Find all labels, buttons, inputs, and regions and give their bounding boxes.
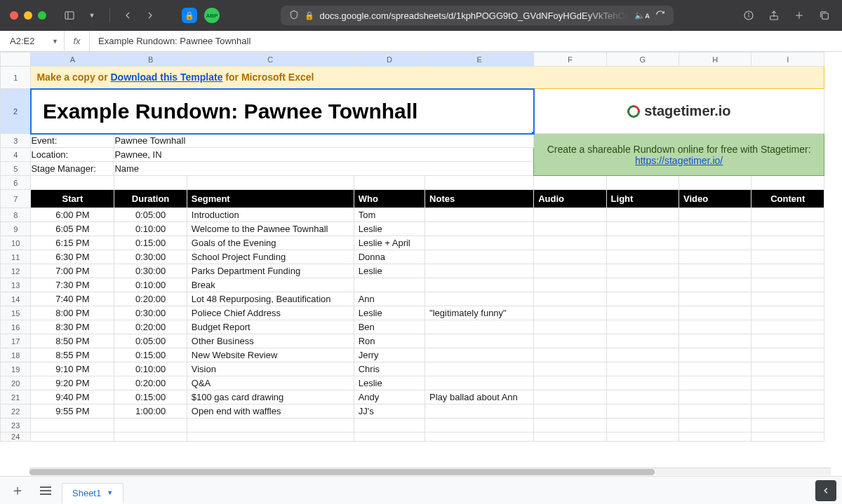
table-row[interactable]: 127:00 PM0:30:00Parks Department Funding…: [1, 264, 824, 278]
cell-notes[interactable]: [425, 292, 534, 306]
table-row[interactable]: 209:20 PM0:20:00Q&ALeslie: [1, 376, 824, 390]
cell-video[interactable]: [679, 376, 751, 390]
cell-video[interactable]: [679, 362, 751, 376]
cell-start[interactable]: 9:20 PM: [31, 376, 114, 390]
row-header[interactable]: 6: [1, 176, 31, 190]
cell-notes[interactable]: [425, 222, 534, 236]
cell-who[interactable]: Chris: [354, 362, 425, 376]
cell-segment[interactable]: Welcome to the Pawnee Townhall: [187, 222, 354, 236]
info-icon[interactable]: [741, 8, 756, 23]
table-row[interactable]: 158:00 PM0:30:00Poliece Chief AddressLes…: [1, 306, 824, 320]
cell-who[interactable]: Leslie + April: [354, 236, 425, 250]
cell-segment[interactable]: Q&A: [187, 376, 354, 390]
cell-segment[interactable]: Lot 48 Repurposing, Beautification: [187, 292, 354, 306]
cell-video[interactable]: [679, 348, 751, 362]
cell-notes[interactable]: Play ballad about Ann: [425, 390, 534, 404]
cell-light[interactable]: [606, 264, 679, 278]
row-header[interactable]: 13: [1, 278, 31, 292]
table-row[interactable]: 137:30 PM0:10:00Break: [1, 278, 824, 292]
table-row[interactable]: 199:10 PM0:10:00VisionChris: [1, 362, 824, 376]
cell-light[interactable]: [606, 222, 679, 236]
cell-content[interactable]: [751, 264, 824, 278]
cell-content[interactable]: [751, 348, 824, 362]
cell-audio[interactable]: [534, 208, 606, 222]
cell-notes[interactable]: [425, 264, 534, 278]
cell-notes[interactable]: [425, 278, 534, 292]
cell-start[interactable]: 8:30 PM: [31, 320, 114, 334]
forward-icon[interactable]: [142, 8, 158, 23]
cell-segment[interactable]: $100 gas card drawing: [187, 390, 354, 404]
row-header[interactable]: 2: [1, 89, 31, 134]
cell-video[interactable]: [679, 306, 751, 320]
adblock-icon[interactable]: ABP: [204, 8, 220, 23]
cell-light[interactable]: [606, 292, 679, 306]
cell-audio[interactable]: [534, 222, 606, 236]
cell-content[interactable]: [751, 278, 824, 292]
cell-start[interactable]: 7:00 PM: [31, 264, 114, 278]
row-6[interactable]: 6: [1, 176, 824, 190]
cell-video[interactable]: [679, 208, 751, 222]
row-header[interactable]: 1: [1, 67, 31, 89]
cell-content[interactable]: [751, 208, 824, 222]
new-tab-icon[interactable]: [791, 8, 807, 23]
row-header[interactable]: 5: [1, 162, 31, 176]
cell-notes[interactable]: [425, 376, 534, 390]
table-row[interactable]: 86:00 PM0:05:00IntroductionTom: [1, 208, 824, 222]
row-header[interactable]: 15: [1, 306, 31, 320]
cell-content[interactable]: [751, 404, 824, 418]
row-3[interactable]: 3 Event: Pawnee Townhall Create a sharea…: [1, 134, 824, 148]
table-row[interactable]: 219:40 PM0:15:00$100 gas card drawingAnd…: [1, 390, 824, 404]
cell-segment[interactable]: Parks Department Funding: [187, 264, 354, 278]
cell-who[interactable]: Ann: [354, 292, 425, 306]
add-sheet-button[interactable]: ＋: [6, 480, 29, 501]
tabs-icon[interactable]: [817, 8, 832, 23]
col-header-A[interactable]: A: [31, 53, 114, 67]
cell-video[interactable]: [679, 236, 751, 250]
table-row[interactable]: 116:30 PM0:30:00School Project FundingDo…: [1, 250, 824, 264]
cell-start[interactable]: 9:10 PM: [31, 362, 114, 376]
cell-who[interactable]: Jerry: [354, 348, 425, 362]
row-header[interactable]: 8: [1, 208, 31, 222]
sheet-tab-active[interactable]: Sheet1 ▼: [62, 483, 123, 504]
all-sheets-button[interactable]: [34, 480, 58, 501]
cell-audio[interactable]: [534, 320, 606, 334]
cell-light[interactable]: [606, 236, 679, 250]
event-value[interactable]: Pawnee Townhall: [114, 134, 534, 148]
cell-video[interactable]: [679, 292, 751, 306]
cell-notes[interactable]: "legitimately funny": [425, 306, 534, 320]
cell-who[interactable]: Andy: [354, 390, 425, 404]
row-header[interactable]: 9: [1, 222, 31, 236]
cell-audio[interactable]: [534, 250, 606, 264]
chevron-down-icon[interactable]: ▼: [107, 489, 113, 496]
cell-audio[interactable]: [534, 390, 606, 404]
cell-segment[interactable]: Open end with waffles: [187, 404, 354, 418]
row-header[interactable]: 3: [1, 134, 31, 148]
row-header[interactable]: 4: [1, 148, 31, 162]
cell-notes[interactable]: [425, 236, 534, 250]
row-7-headers[interactable]: 7 Start Duration Segment Who Notes Audio…: [1, 190, 824, 208]
cell-light[interactable]: [606, 278, 679, 292]
cell-segment[interactable]: Budget Report: [187, 320, 354, 334]
col-header-B[interactable]: B: [114, 53, 187, 67]
cell-duration[interactable]: 1:00:00: [114, 404, 187, 418]
cell-duration[interactable]: 0:20:00: [114, 320, 187, 334]
cell-notes[interactable]: [425, 348, 534, 362]
table-row[interactable]: 188:55 PM0:15:00New Website ReviewJerry: [1, 348, 824, 362]
cell-who[interactable]: JJ's: [354, 404, 425, 418]
cell-light[interactable]: [606, 306, 679, 320]
cell-content[interactable]: [751, 320, 824, 334]
cell-notes[interactable]: [425, 320, 534, 334]
row-header[interactable]: 22: [1, 404, 31, 418]
cell-video[interactable]: [679, 222, 751, 236]
col-header-H[interactable]: H: [679, 53, 751, 67]
cell-notes[interactable]: [425, 250, 534, 264]
cell-who[interactable]: Donna: [354, 250, 425, 264]
reload-icon[interactable]: [655, 10, 665, 22]
cell-duration[interactable]: 0:30:00: [114, 264, 187, 278]
chevron-down-icon[interactable]: ▼: [52, 38, 58, 45]
location-label[interactable]: Location:: [31, 148, 114, 162]
title-cell[interactable]: Example Rundown: Pawnee Townhall: [31, 89, 534, 134]
cell-audio[interactable]: [534, 306, 606, 320]
selection-handle[interactable]: [531, 131, 534, 134]
cell-duration[interactable]: 0:05:00: [114, 334, 187, 348]
